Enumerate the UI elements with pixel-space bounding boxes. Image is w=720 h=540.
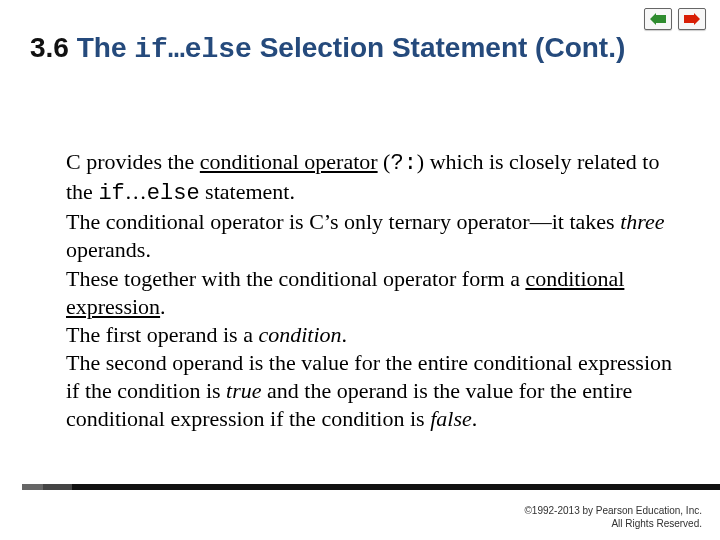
bullet-row: The second operand is the value for the … [40, 349, 680, 433]
bullet-content: C provides the conditional operator (?:)… [66, 148, 680, 208]
bullet-text: conditional operator [200, 149, 378, 174]
bullet-text: statement. [200, 179, 295, 204]
bullet-text: . [160, 294, 166, 319]
bullet-text: The conditional operator is C’s only ter… [66, 209, 620, 234]
bullet-content: The first operand is a condition. [66, 321, 680, 349]
copyright-line2: All Rights Reserved. [611, 518, 702, 529]
bullet-icon [40, 321, 66, 324]
accent-bar [0, 484, 720, 490]
bullet-text: . [342, 322, 348, 347]
copyright: ©1992-2013 by Pearson Education, Inc. Al… [0, 504, 702, 530]
bullet-text: three [620, 209, 664, 234]
slide: 3.6 The if…else Selection Statement (Con… [0, 0, 720, 540]
bullet-text: operands. [66, 237, 151, 262]
title-code: if…else [134, 34, 252, 65]
bullet-content: The second operand is the value for the … [66, 349, 680, 433]
bullet-text: . [472, 406, 478, 431]
prev-button[interactable] [644, 8, 672, 30]
bullet-text: false [430, 406, 472, 431]
bullet-text: The first operand is a [66, 322, 258, 347]
nav-buttons [644, 8, 706, 30]
bullet-text: ( [378, 149, 391, 174]
bullet-icon [40, 349, 66, 352]
arrow-right-icon [684, 13, 700, 25]
svg-marker-0 [650, 13, 666, 25]
title-suffix: Selection Statement (Cont.) [252, 32, 625, 63]
bullet-content: These together with the conditional oper… [66, 265, 680, 321]
bullet-icon [40, 208, 66, 211]
bullet-text: condition [258, 322, 341, 347]
bullet-text: These together with the conditional oper… [66, 266, 525, 291]
title-prefix: The [77, 32, 135, 63]
bullet-icon [40, 265, 66, 268]
next-button[interactable] [678, 8, 706, 30]
bullet-text: true [226, 378, 261, 403]
bullet-row: C provides the conditional operator (?:)… [40, 148, 680, 208]
body-text: C provides the conditional operator (?:)… [40, 148, 680, 434]
bullet-content: The conditional operator is C’s only ter… [66, 208, 680, 264]
svg-marker-1 [684, 13, 700, 25]
bullet-row: The conditional operator is C’s only ter… [40, 208, 680, 264]
bullet-row: The first operand is a condition. [40, 321, 680, 349]
bullet-icon [40, 148, 66, 151]
slide-title: 3.6 The if…else Selection Statement (Con… [30, 30, 690, 67]
bullet-text: … [125, 179, 147, 204]
bullet-text: if [98, 181, 124, 206]
bullet-text: else [147, 181, 200, 206]
section-number: 3.6 [30, 32, 69, 63]
bullet-text: ?: [390, 151, 416, 176]
copyright-line1: ©1992-2013 by Pearson Education, Inc. [525, 505, 703, 516]
bullet-text: C provides the [66, 149, 200, 174]
bullet-row: These together with the conditional oper… [40, 265, 680, 321]
arrow-left-icon [650, 13, 666, 25]
